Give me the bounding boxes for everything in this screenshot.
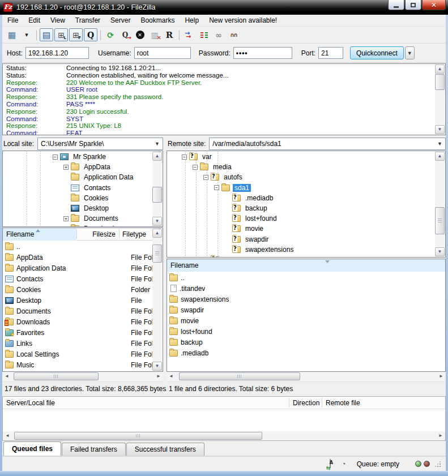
tree-row[interactable]: lost+found xyxy=(167,213,435,224)
cancel-button[interactable] xyxy=(133,28,147,41)
Application Data-button[interactable]: Application Data File Folder xyxy=(3,263,152,273)
minimize-button[interactable] xyxy=(388,0,404,10)
scroll-left-icon[interactable]: ◄ xyxy=(3,431,12,440)
Documents-button[interactable]: Documents File Folder xyxy=(3,306,152,316)
local-list-scroll-thumb[interactable] xyxy=(152,245,162,263)
backup-button[interactable]: backup xyxy=(167,337,445,348)
tree-expander[interactable]: + xyxy=(63,165,69,170)
movie-button[interactable]: movie xyxy=(167,315,445,326)
remote-horizontal-scrollbar[interactable]: ◄ ► xyxy=(167,372,446,381)
tab[interactable]: Queued files xyxy=(3,441,61,456)
tree-expander[interactable]: − xyxy=(214,185,219,190)
tree-row[interactable]: Contacts xyxy=(3,183,152,193)
toggle-remote-tree-button[interactable] xyxy=(69,28,83,41)
tree-row[interactable]: Desktop xyxy=(3,203,152,213)
titlebar[interactable]: Fz 192.168.1.20 - root@192.168.1.20 - Fi… xyxy=(0,0,448,15)
maximize-button[interactable] xyxy=(405,0,421,10)
tree-row[interactable]: movie xyxy=(167,224,435,234)
reconnect-button[interactable] xyxy=(163,28,176,41)
tree-row[interactable]: dvd xyxy=(167,255,435,257)
local-list-scrollbar[interactable]: ▲ ▼ xyxy=(152,229,162,371)
tree-row[interactable]: swapextensions xyxy=(167,245,435,255)
menu-item[interactable]: View xyxy=(45,15,70,25)
transfer-type-icon[interactable] xyxy=(328,460,338,469)
remote-tree-scrollbar[interactable]: ▲ ▼ xyxy=(435,152,445,256)
scroll-down-icon[interactable]: ▼ xyxy=(435,125,445,134)
column-header-direction[interactable]: Direction xyxy=(289,397,322,409)
local-tree-scrollbar[interactable]: ▲ ▼ xyxy=(152,152,162,226)
log-scrollbar[interactable]: ▲ ▼ xyxy=(435,65,445,134)
menu-item[interactable]: Server xyxy=(105,15,135,25)
.titandev-button[interactable]: .titandev xyxy=(167,283,445,294)
..-button[interactable]: .. xyxy=(3,241,152,252)
scroll-up-icon[interactable]: ▲ xyxy=(152,152,162,161)
tree-row[interactable]: swapdir xyxy=(167,234,435,245)
swapdir-button[interactable]: swapdir xyxy=(167,305,445,315)
scroll-down-icon[interactable]: ▼ xyxy=(152,362,162,371)
tree-row[interactable]: + Documents xyxy=(3,213,152,224)
scroll-right-icon[interactable]: ► xyxy=(154,372,163,381)
tree-row[interactable]: .mediadb xyxy=(167,193,435,203)
directory-comparison-button[interactable] xyxy=(197,28,211,41)
Links-button[interactable]: Links File Folder xyxy=(3,338,152,349)
toggle-local-tree-button[interactable] xyxy=(54,28,68,41)
local-horizontal-scrollbar[interactable]: ◄ ► xyxy=(2,372,163,381)
tree-row[interactable]: − autofs xyxy=(167,172,435,182)
Cookies-button[interactable]: Cookies Folder xyxy=(3,284,152,295)
tree-row[interactable]: − Mr Sparkle xyxy=(3,152,152,162)
disconnect-button[interactable] xyxy=(148,28,161,41)
tree-expander[interactable]: − xyxy=(182,155,187,160)
tree-row[interactable]: − media xyxy=(167,162,435,172)
swapextensions-button[interactable]: swapextensions xyxy=(167,294,445,305)
site-manager-caret-button[interactable] xyxy=(20,28,33,41)
remote-tree-scroll-thumb[interactable] xyxy=(435,207,445,234)
column-header-filetype[interactable]: Filetype xyxy=(119,228,154,241)
scroll-up-icon[interactable]: ▲ xyxy=(435,65,445,74)
close-button[interactable]: ✕ xyxy=(422,0,446,10)
local-site-combobox[interactable]: C:\Users\Mr Sparkle\ ▼ xyxy=(37,138,163,150)
Desktop-button[interactable]: Desktop File xyxy=(3,295,152,306)
resize-grip[interactable] xyxy=(434,461,441,468)
tab[interactable]: Successful transfers xyxy=(126,443,204,456)
Local Settings-button[interactable]: Local Settings File Folder xyxy=(3,349,152,359)
..-button[interactable]: .. xyxy=(167,272,445,283)
transfer-arrows-button[interactable] xyxy=(182,28,196,41)
tree-row[interactable]: + Downloads xyxy=(3,224,152,226)
Favorites-button[interactable]: Favorites File Folder xyxy=(3,327,152,338)
quickconnect-button[interactable]: Quickconnect xyxy=(350,46,404,59)
menu-item[interactable]: File xyxy=(2,15,23,25)
remote-hscroll-thumb[interactable] xyxy=(179,372,300,380)
.mediadb-button[interactable]: .mediadb xyxy=(167,348,445,358)
process-queue-button[interactable] xyxy=(118,28,132,41)
Contacts-button[interactable]: Contacts File Folder xyxy=(3,273,152,284)
password-input[interactable] xyxy=(233,47,292,59)
column-header-remote-file[interactable]: Remote file xyxy=(322,397,407,409)
Music-button[interactable]: Music File Folder xyxy=(3,359,152,370)
quickconnect-dropdown-button[interactable]: ▼ xyxy=(405,46,415,59)
remote-site-combobox[interactable]: /var/media/autofs/sda1 ▼ xyxy=(209,138,446,150)
tree-expander[interactable]: − xyxy=(53,155,58,160)
speed-limit-icon[interactable] xyxy=(341,460,350,469)
username-input[interactable] xyxy=(134,47,191,59)
scroll-down-icon[interactable]: ▼ xyxy=(435,247,445,256)
refresh-button[interactable] xyxy=(104,28,117,41)
tree-row[interactable]: − sda1 xyxy=(167,183,435,193)
toggle-queue-button[interactable] xyxy=(84,28,97,41)
lost+found-button[interactable]: lost+found xyxy=(167,326,445,337)
column-header-filename[interactable]: Filename xyxy=(167,259,445,272)
tree-expander[interactable]: − xyxy=(193,165,198,170)
port-input[interactable] xyxy=(318,47,343,59)
scroll-up-icon[interactable]: ▲ xyxy=(152,229,162,238)
scroll-up-icon[interactable]: ▲ xyxy=(435,152,445,161)
tree-row[interactable]: − var xyxy=(167,152,435,162)
tab[interactable]: Failed transfers xyxy=(62,443,126,456)
queue-hscroll-thumb[interactable] xyxy=(14,432,262,440)
log-scroll-thumb[interactable] xyxy=(435,74,445,90)
tree-row[interactable]: backup xyxy=(167,203,435,213)
AppData-button[interactable]: AppData File Folder xyxy=(3,252,152,263)
find-files-button[interactable] xyxy=(227,28,240,41)
scroll-right-icon[interactable]: ► xyxy=(437,372,446,381)
host-input[interactable] xyxy=(25,47,89,59)
menu-item[interactable]: Bookmarks xyxy=(135,15,180,25)
menu-item[interactable]: Edit xyxy=(23,15,45,25)
